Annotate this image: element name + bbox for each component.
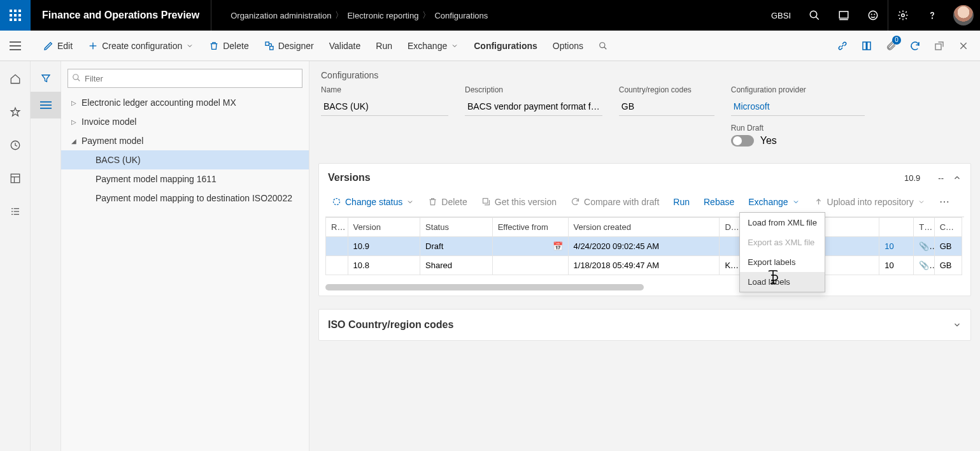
gear-icon[interactable] xyxy=(888,0,918,31)
cell-version: 10.8 xyxy=(348,256,420,275)
versions-run-button[interactable]: Run xyxy=(667,193,696,211)
field-value[interactable]: GB xyxy=(619,97,714,116)
get-version-button[interactable]: Get this version xyxy=(475,193,563,211)
versions-delete-button[interactable]: Delete xyxy=(422,193,473,211)
cell-base-num[interactable]: 10 xyxy=(879,237,914,256)
tree-row[interactable]: Payment model mapping to destination ISO… xyxy=(61,189,309,208)
breadcrumb-item-2[interactable]: Configurations xyxy=(434,11,488,20)
versions-exchange-button[interactable]: Exchange Load from XML file Export as XM… xyxy=(742,193,806,211)
versions-header[interactable]: Versions 10.9 -- xyxy=(319,164,970,192)
col-t[interactable]: T… xyxy=(914,218,934,237)
table-row[interactable]: 10.9 Draft 📅 4/24/2020 09:02:45 AM yment… xyxy=(326,237,962,256)
cmdbar-search[interactable] xyxy=(591,31,615,61)
validate-button[interactable]: Validate xyxy=(322,31,369,61)
workspaces-icon[interactable] xyxy=(0,167,31,190)
iso-card[interactable]: ISO Country/region codes xyxy=(318,309,971,341)
iso-card-header[interactable]: ISO Country/region codes xyxy=(319,310,970,340)
list-tab[interactable] xyxy=(31,92,61,118)
col-version[interactable]: Version xyxy=(348,218,420,237)
upload-repo-button[interactable]: Upload into repository xyxy=(807,193,932,211)
attachment-icon[interactable]: 0 xyxy=(879,34,902,57)
tree-row[interactable]: ▷Electronic ledger accounting model MX xyxy=(61,93,309,112)
svg-point-17 xyxy=(932,18,933,18)
exchange-button[interactable]: Exchange xyxy=(400,31,466,61)
nav-hamburger[interactable] xyxy=(0,31,31,61)
breadcrumb-item-1[interactable]: Electronic reporting xyxy=(347,11,418,20)
calendar-icon[interactable]: 📅 xyxy=(553,241,563,251)
breadcrumb-item-0[interactable]: Organization administration xyxy=(231,11,331,20)
menu-load-labels[interactable]: Load labels xyxy=(740,272,825,292)
smile-icon[interactable] xyxy=(858,0,888,31)
col-effective[interactable]: Effective from xyxy=(492,218,568,237)
refresh-icon[interactable] xyxy=(904,34,927,57)
svg-rect-23 xyxy=(266,42,269,45)
delete-button[interactable]: Delete xyxy=(201,31,256,61)
horizontal-scrollbar[interactable] xyxy=(325,284,644,290)
tree-row[interactable]: ◢Payment model xyxy=(61,131,309,150)
close-icon[interactable] xyxy=(952,34,975,57)
create-configuration-button[interactable]: Create configuration xyxy=(80,31,201,61)
tree-row[interactable]: ▷Invoice model xyxy=(61,112,309,131)
run-label: Run xyxy=(376,41,392,51)
col-created[interactable]: Version created xyxy=(568,218,720,237)
filter-tab[interactable] xyxy=(31,65,61,92)
collapse-icon[interactable]: ◢ xyxy=(71,138,82,145)
chevron-down-icon xyxy=(406,198,414,206)
run-draft-toggle[interactable]: Yes xyxy=(731,135,865,147)
user-avatar[interactable] xyxy=(953,5,974,25)
chevron-up-icon[interactable] xyxy=(953,173,962,182)
expand-icon[interactable]: ▷ xyxy=(71,118,82,125)
field-value[interactable]: BACS (UK) xyxy=(321,97,448,116)
tree-filter-input[interactable] xyxy=(67,69,302,88)
modules-icon[interactable] xyxy=(0,200,31,223)
waffle-app-launcher[interactable] xyxy=(0,0,31,31)
attachment-icon: 📎 xyxy=(919,241,934,251)
header-version-number: 10.9 xyxy=(904,173,920,183)
edit-button[interactable]: Edit xyxy=(36,31,80,61)
more-actions-button[interactable]: ⋯ xyxy=(935,192,953,211)
tree-row-selected[interactable]: BACS (UK) xyxy=(61,150,309,169)
configurations-tab[interactable]: Configurations xyxy=(466,31,545,61)
menu-load-from-xml[interactable]: Load from XML file xyxy=(740,213,825,233)
cell-effective[interactable]: 📅 xyxy=(492,237,568,256)
cell-attach[interactable]: 📎 xyxy=(914,256,934,275)
recent-icon[interactable] xyxy=(0,134,31,157)
grid-header-row: R… Version Status Effective from Version… xyxy=(326,218,962,237)
rebase-button[interactable]: Rebase xyxy=(697,193,741,211)
popout-icon[interactable] xyxy=(928,34,951,57)
col-r[interactable]: R… xyxy=(326,218,348,237)
table-row[interactable]: 10.8 Shared 1/18/2018 05:49:47 AM KB4 ym… xyxy=(326,256,962,275)
star-icon[interactable] xyxy=(0,101,31,124)
tree-item-label: Payment model xyxy=(82,136,143,146)
options-button[interactable]: Options xyxy=(545,31,591,61)
compare-button[interactable]: Compare with draft xyxy=(564,193,665,211)
book-icon[interactable] xyxy=(855,34,878,57)
trash-icon xyxy=(428,197,437,206)
col-co[interactable]: Co… xyxy=(934,218,962,237)
change-status-button[interactable]: Change status xyxy=(325,193,420,211)
col-status[interactable]: Status xyxy=(420,218,493,237)
versions-card: Versions 10.9 -- Change status Delete Ge… xyxy=(318,163,971,296)
col-des[interactable]: Des… xyxy=(720,218,742,237)
home-icon[interactable] xyxy=(0,68,31,90)
menu-export-labels[interactable]: Export labels xyxy=(740,252,825,272)
run-button[interactable]: Run xyxy=(368,31,400,61)
link-icon[interactable] xyxy=(831,34,854,57)
monitor-icon[interactable] xyxy=(829,0,858,31)
field-value[interactable]: BACS vendor payment format f… xyxy=(465,97,602,116)
expand-icon[interactable]: ▷ xyxy=(71,99,82,106)
designer-button[interactable]: Designer xyxy=(257,31,322,61)
configurations-tree[interactable]: ▷Electronic ledger accounting model MX ▷… xyxy=(61,93,309,451)
chevron-down-icon[interactable] xyxy=(953,320,962,329)
search-icon[interactable] xyxy=(800,0,829,31)
help-icon[interactable] xyxy=(918,0,947,31)
cell-attach[interactable]: 📎 xyxy=(914,237,934,256)
field-label: Run Draft xyxy=(731,124,865,135)
plus-icon xyxy=(88,41,98,51)
versions-grid[interactable]: R… Version Status Effective from Version… xyxy=(325,217,962,275)
tree-row[interactable]: Payment model mapping 1611 xyxy=(61,169,309,189)
search-icon xyxy=(599,41,607,50)
company-code[interactable]: GBSI xyxy=(762,11,800,20)
field-value-link[interactable]: Microsoft xyxy=(731,97,865,116)
cell-effective[interactable] xyxy=(492,256,568,275)
